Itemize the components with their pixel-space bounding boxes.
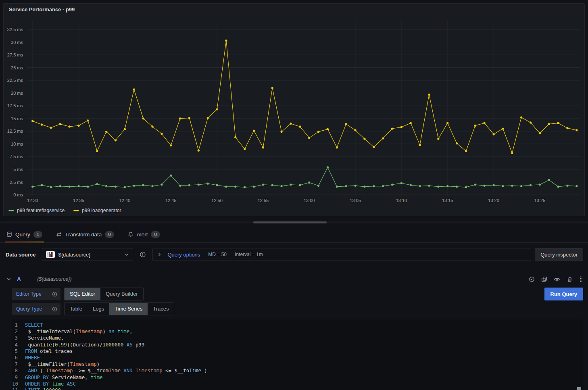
svg-text:12.5 ms: 12.5 ms [7, 129, 23, 133]
svg-text:13:00: 13:00 [304, 198, 315, 203]
datasource-select[interactable]: ${datasource} [42, 248, 133, 261]
code-line[interactable]: 2 $__timeInterval(Timestamp) as time, [12, 328, 583, 335]
query-ref-id[interactable]: A [17, 276, 21, 282]
svg-text:13:25: 13:25 [534, 198, 546, 203]
sql-code-editor[interactable]: 1SELECT2 $__timeInterval(Timestamp) as t… [12, 319, 583, 390]
code-line[interactable]: 7 $__timeFilter(Timestamp) [12, 361, 583, 367]
query-type-row: Query Type TableLogsTime SeriesTraces [12, 302, 583, 315]
timeseries-chart[interactable]: 0 ms2.5 ms5 ms7.5 ms10 ms12.5 ms15 ms17.… [4, 15, 584, 205]
query-row-actions [529, 276, 583, 282]
svg-text:13:15: 13:15 [442, 198, 453, 203]
line-number: 11 [12, 387, 25, 390]
code-line[interactable]: 8 AND ( Timestamp >= $__fromTime AND Tim… [12, 367, 583, 374]
svg-text:7.5 ms: 7.5 ms [10, 154, 23, 159]
hide-query-eye-icon[interactable] [554, 276, 560, 282]
query-type-radio-group: TableLogsTime SeriesTraces [64, 302, 174, 315]
query-options-toggle[interactable]: Query options MD = 50 Interval = 1m [152, 248, 531, 261]
tab-transform-data[interactable]: Transform data 0 [54, 226, 116, 242]
editor-type-option-query-builder[interactable]: Query Builder [100, 288, 143, 300]
legend-label: p99 loadgenerator [82, 208, 121, 213]
line-content: SELECT [25, 322, 43, 328]
create-alert-icon[interactable] [529, 276, 535, 282]
line-number: 9 [12, 374, 25, 381]
svg-text:13:20: 13:20 [488, 198, 499, 203]
line-content: FROM otel_traces [25, 348, 73, 355]
query-type-option-logs[interactable]: Logs [88, 303, 109, 315]
line-number: 8 [12, 367, 25, 374]
query-type-option-table[interactable]: Table [65, 303, 88, 315]
query-datasource-name: (${datasource}) [37, 276, 71, 282]
svg-text:12:40: 12:40 [119, 198, 131, 203]
svg-text:5 ms: 5 ms [13, 167, 23, 172]
datasource-select-value: ${datasource} [58, 252, 121, 258]
drag-handle-icon[interactable] [579, 276, 583, 282]
code-line[interactable]: 10ORDER BY time ASC [12, 381, 583, 387]
legend-swatch [8, 210, 14, 211]
code-line[interactable]: 3 ServiceName, [12, 335, 583, 341]
line-number: 5 [12, 348, 25, 355]
chevron-down-icon[interactable] [6, 277, 11, 282]
query-editor-section: A (${datasource}) [0, 273, 588, 390]
editor-tabs: Query 1 Transform data 0 Alert 0 [0, 226, 588, 243]
line-content: $__timeInterval(Timestamp) as time, [25, 328, 133, 335]
svg-text:12:30: 12:30 [27, 198, 38, 203]
tab-query[interactable]: Query 1 [4, 226, 45, 242]
grafana-panel-edit-view: Service Performance - p99 0 ms2.5 ms5 ms… [0, 0, 588, 390]
query-type-label-chip: Query Type [12, 303, 60, 315]
info-icon[interactable] [52, 292, 57, 297]
query-type-option-traces[interactable]: Traces [148, 303, 174, 315]
legend-label: p99 featureflagservice [17, 208, 65, 213]
interval-value: Interval = 1m [235, 252, 263, 257]
query-type-option-time-series[interactable]: Time Series [109, 303, 148, 315]
svg-text:10 ms: 10 ms [11, 142, 23, 146]
legend-item[interactable]: p99 loadgenerator [73, 208, 121, 213]
query-inspector-button[interactable]: Query inspector [535, 248, 583, 261]
panel-header: Service Performance - p99 [4, 4, 584, 15]
line-content: GROUP BY ServiceName, time [25, 374, 103, 381]
line-number: 2 [12, 328, 25, 335]
info-icon[interactable] [52, 307, 57, 312]
database-icon [6, 231, 12, 237]
code-line[interactable]: 9GROUP BY ServiceName, time [12, 374, 583, 381]
line-number: 7 [12, 361, 25, 367]
svg-text:12:35: 12:35 [73, 198, 84, 203]
duplicate-query-icon[interactable] [541, 276, 547, 282]
line-number: 4 [12, 342, 25, 348]
remove-query-trash-icon[interactable] [567, 276, 573, 282]
datasource-label: Data source [6, 252, 35, 258]
line-number: 3 [12, 335, 25, 341]
tab-alert[interactable]: Alert 0 [125, 226, 163, 242]
line-number: 1 [12, 322, 25, 328]
code-line[interactable]: 5FROM otel_traces [12, 348, 583, 355]
tab-query-count-badge: 1 [33, 231, 42, 238]
legend-swatch [73, 210, 79, 211]
svg-text:13:10: 13:10 [396, 198, 407, 203]
code-line[interactable]: 4 quantile(0.99)(Duration)/1000000 AS p9… [12, 342, 583, 348]
tab-alert-label: Alert [137, 231, 148, 238]
scrollbar-thumb[interactable] [253, 221, 327, 223]
line-number: 10 [12, 381, 25, 387]
chevron-down-icon [124, 252, 129, 257]
chevron-right-icon [157, 252, 162, 257]
datasource-logo-icon [46, 251, 55, 258]
line-content: AND ( Timestamp >= $__fromTime AND Times… [25, 367, 207, 374]
code-line[interactable]: 11LIMIT 100000 [12, 387, 583, 390]
tab-query-label: Query [15, 231, 30, 238]
code-line[interactable]: 6WHERE [12, 355, 583, 361]
svg-text:20 ms: 20 ms [11, 91, 23, 96]
svg-text:27.5 ms: 27.5 ms [7, 52, 23, 57]
run-query-button[interactable]: Run Query [544, 288, 583, 300]
line-content: WHERE [25, 355, 40, 361]
legend-item[interactable]: p99 featureflagservice [8, 208, 65, 213]
code-line[interactable]: 1SELECT [12, 322, 583, 328]
horizontal-scrollbar [0, 221, 588, 223]
svg-text:30 ms: 30 ms [11, 40, 23, 45]
datasource-help-button[interactable] [137, 248, 149, 261]
line-content: quantile(0.99)(Duration)/1000000 AS p99 [25, 342, 144, 348]
editor-type-row: Editor Type SQL EditorQuery Builder Run … [12, 288, 583, 300]
editor-type-option-sql-editor[interactable]: SQL Editor [65, 288, 100, 300]
line-number: 6 [12, 355, 25, 361]
editor-type-label-chip: Editor Type [12, 288, 60, 300]
timeseries-panel: Service Performance - p99 0 ms2.5 ms5 ms… [3, 3, 585, 216]
panel-title[interactable]: Service Performance - p99 [9, 6, 75, 13]
